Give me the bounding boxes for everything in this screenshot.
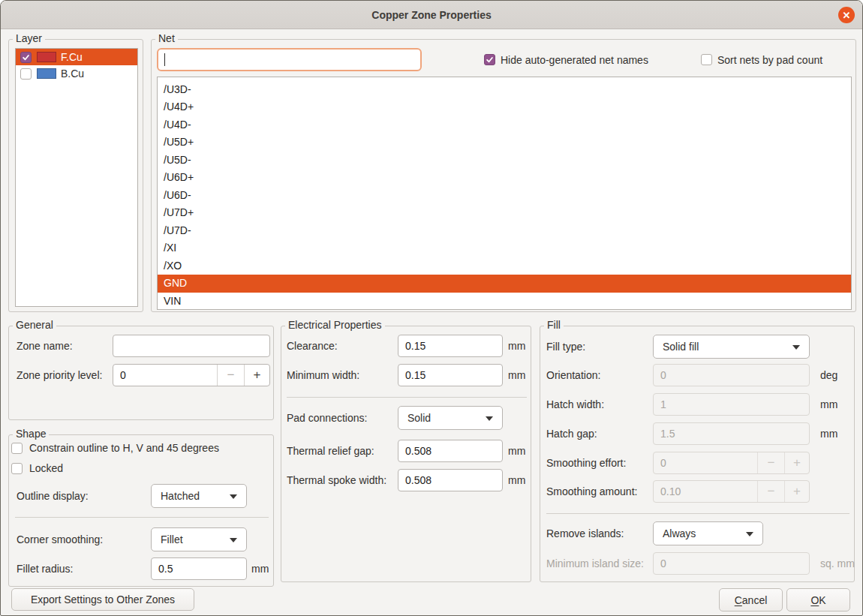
ok-button[interactable]: OK bbox=[786, 588, 850, 611]
titlebar[interactable]: Copper Zone Properties ✕ bbox=[1, 1, 862, 29]
smoothing-effort-label: Smoothing effort: bbox=[546, 452, 626, 474]
remove-islands-value: Always bbox=[663, 527, 696, 539]
electrical-separator bbox=[287, 397, 527, 398]
minus-icon: − bbox=[768, 484, 775, 499]
zone-priority-decrement-button[interactable]: − bbox=[217, 365, 244, 386]
general-group-label: General bbox=[13, 319, 56, 331]
constrain-outline-label: Constrain outline to H, V and 45 degrees bbox=[29, 442, 219, 454]
fill-type-dropdown[interactable]: Solid fill bbox=[653, 335, 810, 359]
shape-group-label: Shape bbox=[13, 428, 49, 440]
thermal-spoke-width-label: Thermal spoke width: bbox=[287, 469, 386, 491]
layer-visibility-checkbox[interactable] bbox=[20, 68, 32, 80]
sort-nets-by-pad-count-checkbox[interactable] bbox=[701, 54, 712, 65]
fillet-radius-unit: mm bbox=[251, 557, 269, 580]
export-settings-button[interactable]: Export Settings to Other Zones bbox=[11, 588, 194, 611]
minimum-width-input[interactable] bbox=[398, 364, 503, 386]
thermal-relief-gap-label: Thermal relief gap: bbox=[287, 440, 374, 462]
thermal-spoke-width-input[interactable] bbox=[398, 469, 503, 491]
fill-separator bbox=[546, 513, 849, 514]
corner-smoothing-label: Corner smoothing: bbox=[17, 527, 103, 551]
locked-label: Locked bbox=[29, 462, 63, 474]
layer-list[interactable]: F.CuB.Cu bbox=[15, 48, 138, 307]
constrain-outline-checkbox[interactable] bbox=[11, 443, 23, 454]
smoothing-amount-label: Smoothing amount: bbox=[546, 480, 637, 503]
net-item[interactable]: /U6D+ bbox=[158, 169, 851, 187]
electrical-properties-group-label: Electrical Properties bbox=[285, 319, 385, 331]
pad-connections-dropdown[interactable]: Solid bbox=[398, 406, 503, 430]
close-icon: ✕ bbox=[843, 11, 851, 20]
pad-connections-value: Solid bbox=[407, 412, 431, 424]
minimum-width-label: Minimum width: bbox=[287, 364, 359, 386]
clearance-unit: mm bbox=[508, 335, 525, 357]
outline-display-value: Hatched bbox=[161, 490, 200, 502]
net-item[interactable]: /U4D+ bbox=[158, 98, 851, 116]
layer-visibility-checkbox[interactable] bbox=[20, 52, 32, 63]
copper-zone-properties-dialog: Copper Zone Properties ✕ Layer F.CuB.Cu … bbox=[0, 0, 863, 616]
zone-priority-input[interactable] bbox=[113, 365, 217, 386]
net-item[interactable]: /U3D- bbox=[158, 81, 851, 99]
layer-color-swatch bbox=[37, 52, 56, 62]
sort-nets-by-pad-count-label: Sort nets by pad count bbox=[717, 54, 822, 66]
corner-smoothing-dropdown[interactable]: Fillet bbox=[151, 527, 247, 551]
smoothing-amount-decrement-button: − bbox=[757, 481, 784, 502]
hide-auto-net-names-checkbox[interactable] bbox=[484, 54, 495, 65]
hatch-width-unit: mm bbox=[820, 393, 837, 416]
chevron-down-icon bbox=[230, 538, 237, 542]
locked-checkbox[interactable] bbox=[11, 463, 23, 474]
outline-display-dropdown[interactable]: Hatched bbox=[151, 484, 247, 508]
net-list[interactable]: /U3D+/U3D-/U4D+/U4D-/U5D+/U5D-/U6D+/U6D-… bbox=[157, 77, 852, 310]
fill-type-value: Solid fill bbox=[663, 341, 699, 353]
general-group: General Zone name: Zone priority level: … bbox=[8, 326, 274, 420]
layer-color-swatch bbox=[37, 68, 56, 79]
cancel-button[interactable]: Cancel bbox=[719, 588, 783, 611]
net-item[interactable]: /U6D- bbox=[158, 187, 851, 205]
electrical-properties-group: Electrical Properties Clearance: mm Mini… bbox=[281, 326, 531, 582]
zone-name-input[interactable] bbox=[113, 335, 270, 357]
orientation-label: Orientation: bbox=[546, 364, 600, 386]
net-item[interactable]: VIN bbox=[158, 293, 851, 311]
net-item[interactable]: /U5D- bbox=[158, 152, 851, 170]
export-settings-label: Export Settings to Other Zones bbox=[31, 593, 175, 605]
fill-type-label: Fill type: bbox=[546, 335, 585, 359]
orientation-unit: deg bbox=[820, 364, 837, 386]
shape-group: Shape Constrain outline to H, V and 45 d… bbox=[8, 434, 274, 587]
layer-row-bcu[interactable]: B.Cu bbox=[16, 65, 137, 82]
fillet-radius-label: Fillet radius: bbox=[17, 557, 73, 580]
smoothing-effort-input bbox=[654, 452, 757, 473]
zone-name-label: Zone name: bbox=[17, 335, 73, 357]
layer-name-label: B.Cu bbox=[61, 68, 84, 80]
net-item[interactable]: GND bbox=[158, 275, 851, 293]
minimum-island-size-input bbox=[653, 552, 810, 575]
shape-separator bbox=[15, 517, 269, 518]
fillet-radius-input[interactable] bbox=[151, 557, 247, 580]
hatch-gap-input bbox=[653, 422, 810, 445]
close-button[interactable]: ✕ bbox=[838, 7, 855, 23]
net-item[interactable]: /XI bbox=[158, 239, 851, 257]
smoothing-amount-input bbox=[654, 481, 757, 502]
corner-smoothing-value: Fillet bbox=[161, 533, 183, 545]
minimum-width-unit: mm bbox=[508, 364, 525, 386]
minimum-island-size-label: Minimum island size: bbox=[546, 552, 644, 575]
net-item[interactable]: /U4D- bbox=[158, 116, 851, 134]
window-title: Copper Zone Properties bbox=[1, 1, 862, 29]
zone-priority-increment-button[interactable]: + bbox=[244, 365, 269, 386]
net-filter-input[interactable] bbox=[157, 48, 422, 71]
plus-icon: + bbox=[793, 455, 801, 470]
chevron-down-icon bbox=[746, 532, 753, 536]
check-icon bbox=[486, 56, 494, 64]
layer-row-fcu[interactable]: F.Cu bbox=[16, 49, 137, 65]
hatch-gap-label: Hatch gap: bbox=[546, 422, 597, 445]
fill-group-label: Fill bbox=[544, 319, 564, 331]
net-item[interactable]: /U7D- bbox=[158, 222, 851, 240]
net-item[interactable]: /U5D+ bbox=[158, 134, 851, 152]
net-item[interactable]: /XO bbox=[158, 257, 851, 275]
smoothing-amount-spinner: − + bbox=[653, 480, 810, 503]
hatch-gap-unit: mm bbox=[820, 422, 837, 445]
thermal-relief-gap-input[interactable] bbox=[398, 440, 503, 462]
clearance-input[interactable] bbox=[398, 335, 503, 357]
remove-islands-dropdown[interactable]: Always bbox=[653, 521, 763, 545]
net-group: Net Hide auto-generated net names Sort n… bbox=[151, 39, 856, 312]
outline-display-label: Outline display: bbox=[17, 484, 89, 508]
check-icon bbox=[22, 53, 30, 62]
net-item[interactable]: /U7D+ bbox=[158, 204, 851, 222]
